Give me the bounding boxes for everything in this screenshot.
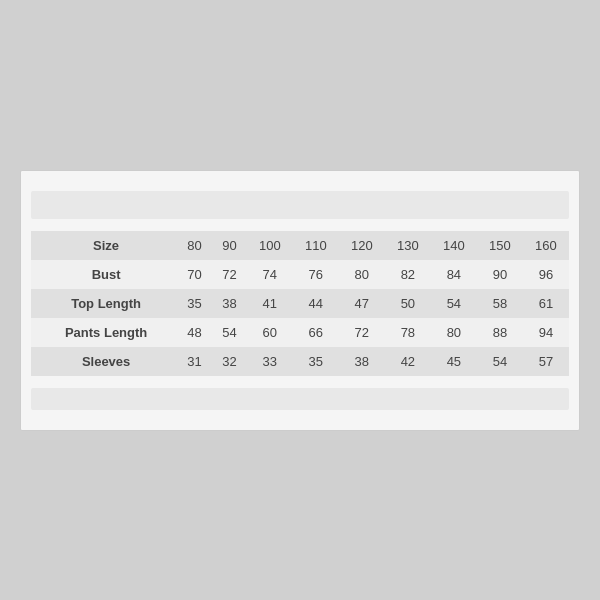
cell-value: 78: [385, 318, 431, 347]
cell-value: 140: [431, 231, 477, 260]
cell-value: 54: [431, 289, 477, 318]
cell-value: 41: [247, 289, 293, 318]
row-label: Bust: [31, 260, 177, 289]
cell-value: 38: [212, 289, 247, 318]
bottom-decorative-bar: [31, 388, 569, 410]
cell-value: 80: [177, 231, 212, 260]
size-chart-card: Size8090100110120130140150160Bust7072747…: [20, 170, 580, 431]
cell-value: 47: [339, 289, 385, 318]
cell-value: 45: [431, 347, 477, 376]
cell-value: 82: [385, 260, 431, 289]
cell-value: 35: [293, 347, 339, 376]
cell-value: 44: [293, 289, 339, 318]
cell-value: 94: [523, 318, 569, 347]
cell-value: 57: [523, 347, 569, 376]
cell-value: 33: [247, 347, 293, 376]
row-label: Size: [31, 231, 177, 260]
row-label: Sleeves: [31, 347, 177, 376]
cell-value: 35: [177, 289, 212, 318]
cell-value: 50: [385, 289, 431, 318]
cell-value: 60: [247, 318, 293, 347]
cell-value: 80: [339, 260, 385, 289]
cell-value: 70: [177, 260, 212, 289]
table-row: Bust707274768082849096: [31, 260, 569, 289]
cell-value: 54: [477, 347, 523, 376]
cell-value: 76: [293, 260, 339, 289]
cell-value: 42: [385, 347, 431, 376]
cell-value: 90: [477, 260, 523, 289]
cell-value: 90: [212, 231, 247, 260]
cell-value: 74: [247, 260, 293, 289]
table-row: Pants Length485460667278808894: [31, 318, 569, 347]
cell-value: 96: [523, 260, 569, 289]
size-table: Size8090100110120130140150160Bust7072747…: [31, 231, 569, 376]
cell-value: 72: [212, 260, 247, 289]
cell-value: 110: [293, 231, 339, 260]
cell-value: 32: [212, 347, 247, 376]
cell-value: 84: [431, 260, 477, 289]
top-decorative-bar: [31, 191, 569, 219]
cell-value: 160: [523, 231, 569, 260]
row-label: Pants Length: [31, 318, 177, 347]
cell-value: 54: [212, 318, 247, 347]
cell-value: 88: [477, 318, 523, 347]
cell-value: 150: [477, 231, 523, 260]
table-row: Size8090100110120130140150160: [31, 231, 569, 260]
row-label: Top Length: [31, 289, 177, 318]
cell-value: 38: [339, 347, 385, 376]
table-row: Top Length353841444750545861: [31, 289, 569, 318]
table-row: Sleeves313233353842455457: [31, 347, 569, 376]
cell-value: 48: [177, 318, 212, 347]
cell-value: 72: [339, 318, 385, 347]
cell-value: 100: [247, 231, 293, 260]
cell-value: 66: [293, 318, 339, 347]
cell-value: 31: [177, 347, 212, 376]
cell-value: 61: [523, 289, 569, 318]
cell-value: 120: [339, 231, 385, 260]
cell-value: 130: [385, 231, 431, 260]
cell-value: 58: [477, 289, 523, 318]
cell-value: 80: [431, 318, 477, 347]
